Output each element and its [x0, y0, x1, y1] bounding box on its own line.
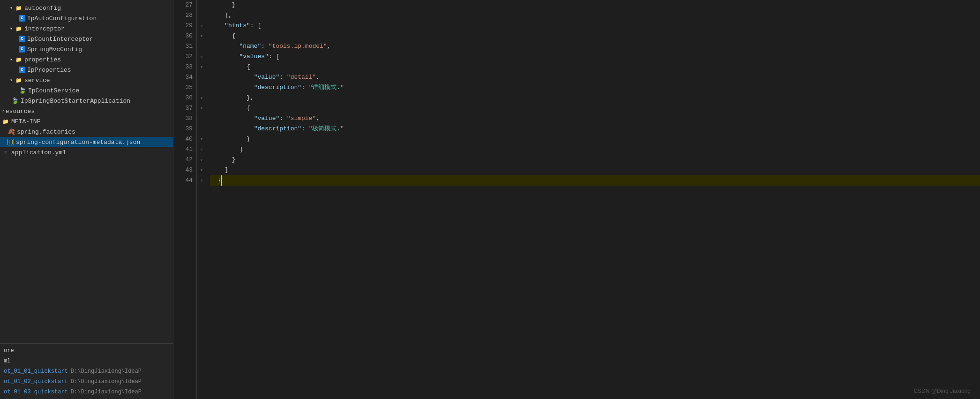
bottom-item-quickstart-02[interactable]: ot_01_02_quickstart D:\DingJiaxiong\Idea…	[0, 376, 173, 387]
code-line-27: }	[210, 0, 980, 10]
tree-item-resources-label: resources	[0, 106, 173, 116]
code-34-colon: :	[279, 72, 287, 83]
label-interceptor: interceptor	[24, 25, 65, 32]
code-39-value: "极简模式."	[309, 124, 344, 134]
code-line-44: }	[210, 175, 980, 186]
chevron-autoconfig: ▾	[7, 4, 15, 12]
code-29-colon: : [	[250, 21, 261, 31]
code-29-space	[210, 21, 224, 31]
gutter-35	[197, 83, 206, 93]
code-line-41: ]	[210, 144, 980, 155]
label-ipautoconfiguration: IpAutoConfiguration	[27, 15, 97, 22]
tree-item-service[interactable]: ▾ 📁 service	[0, 75, 173, 85]
quickstart-01-path: D:\DingJiaxiong\IdeaP	[71, 368, 142, 375]
tree-item-springmvcconfig[interactable]: C SpringMvcConfig	[0, 44, 173, 54]
code-31-comma: ,	[327, 41, 331, 52]
bottom-item-quickstart-03[interactable]: ot_01_03_quickstart D:\DingJiaxiong\Idea…	[0, 387, 173, 397]
editor-content: 27 28 29 30 31 32 33 34 35 36 37 38 39 4…	[173, 0, 980, 399]
watermark-text: CSDN @Ding Jiaxiong	[913, 388, 971, 394]
gutter-37: ▿	[197, 103, 206, 113]
gutter-27	[197, 0, 206, 10]
label-spring-factories: spring.factories	[17, 128, 75, 136]
folder-icon-meta-inf: 📁	[2, 118, 9, 125]
code-38-value: "simple"	[287, 113, 316, 124]
quickstart-01-label: ot_01_01_quickstart	[4, 368, 68, 375]
code-42-content: }	[210, 155, 236, 165]
label-ipcountinterceptor: IpCountInterceptor	[27, 36, 93, 43]
gutter-42: ▿	[197, 155, 206, 165]
code-area[interactable]: } ], "hints" : [ { "name"	[206, 0, 980, 399]
gutter: ▿ ▿ ▿ ▿ ▿ ▿ ▿ ▿ ▿ ▿ ▿	[197, 0, 206, 399]
line-num-32: 32	[173, 52, 193, 62]
chevron-service: ▾	[7, 76, 15, 84]
code-line-29: "hints" : [	[210, 21, 980, 31]
quickstart-02-path: D:\DingJiaxiong\IdeaP	[71, 378, 142, 385]
code-line-30: {	[210, 31, 980, 41]
code-35-key: "description"	[254, 83, 301, 93]
gutter-30: ▿	[197, 31, 206, 41]
code-39-key: "description"	[254, 124, 301, 134]
folder-icon-interceptor: 📁	[15, 25, 22, 32]
tree-item-ipcountinterceptor[interactable]: C IpCountInterceptor	[0, 34, 173, 44]
line-num-37: 37	[173, 103, 193, 113]
tree-item-ipcountservice[interactable]: 🍃 IpCountService	[0, 85, 173, 96]
tree-item-interceptor[interactable]: ▾ 📁 interceptor	[0, 23, 173, 34]
chevron-properties: ▾	[7, 56, 15, 63]
code-43-content: ]	[210, 165, 228, 175]
tree-item-ipautoconfiguration[interactable]: C IpAutoConfiguration	[0, 13, 173, 23]
line-numbers: 27 28 29 30 31 32 33 34 35 36 37 38 39 4…	[173, 0, 197, 399]
gutter-29: ▿	[197, 21, 206, 31]
editor: 27 28 29 30 31 32 33 34 35 36 37 38 39 4…	[173, 0, 980, 399]
bottom-label-ml: ml	[4, 358, 10, 364]
class-icon-ipcountinterceptor: C	[19, 36, 25, 42]
class-icon-ipcountservice: 🍃	[19, 87, 26, 94]
gutter-38	[197, 113, 206, 124]
quickstart-03-label: ot_01_03_quickstart	[4, 389, 68, 395]
label-properties: properties	[24, 56, 61, 63]
tree-item-properties[interactable]: ▾ 📁 properties	[0, 54, 173, 65]
code-line-31: "name" : "tools.ip.model" ,	[210, 41, 980, 52]
code-line-36: },	[210, 93, 980, 103]
gutter-40: ▿	[197, 134, 206, 144]
label-springmvcconfig: SpringMvcConfig	[27, 46, 82, 53]
code-44-content: }	[210, 175, 221, 186]
code-33-content: {	[210, 62, 250, 72]
quickstart-02-label: ot_01_02_quickstart	[4, 378, 68, 385]
line-num-38: 38	[173, 113, 193, 124]
code-38-space	[210, 113, 254, 124]
code-line-39: "description" : "极简模式."	[210, 124, 980, 134]
line-num-44: 44	[173, 175, 193, 186]
code-line-38: "value" : "simple" ,	[210, 113, 980, 124]
code-line-33: {	[210, 62, 980, 72]
tree-item-spring-configuration-metadata[interactable]: {} spring-configuration-metadata.json	[0, 137, 173, 147]
line-num-43: 43	[173, 165, 193, 175]
gutter-44: ▿	[197, 175, 206, 186]
gutter-39	[197, 124, 206, 134]
code-31-colon: :	[261, 41, 269, 52]
folder-icon-properties: 📁	[15, 56, 22, 63]
code-39-space	[210, 124, 254, 134]
yaml-icon-application: ≡	[2, 149, 9, 156]
code-35-colon: :	[301, 83, 309, 93]
code-31-space	[210, 41, 239, 52]
code-31-key: "name"	[239, 41, 261, 52]
code-line-43: ]	[210, 165, 980, 175]
bottom-item-quickstart-01[interactable]: ot_01_01_quickstart D:\DingJiaxiong\Idea…	[0, 366, 173, 376]
bottom-section: ore ml ot_01_01_quickstart D:\DingJiaxio…	[0, 343, 173, 399]
tree-item-ipproperties[interactable]: C IpProperties	[0, 65, 173, 75]
code-28-content: ],	[210, 10, 232, 21]
tree-item-spring-factories[interactable]: 🍂 spring.factories	[0, 127, 173, 137]
code-39-chinese: 极简模式.	[312, 125, 340, 132]
code-line-40: }	[210, 134, 980, 144]
line-num-31: 31	[173, 41, 193, 52]
tree-item-ipspringbootstarterapplication[interactable]: 🍃 IpSpringBootStarterApplication	[0, 96, 173, 106]
code-32-space	[210, 52, 239, 62]
tree-item-meta-inf[interactable]: 📁 META-INF	[0, 116, 173, 127]
gutter-43: ▿	[197, 165, 206, 175]
code-34-key: "value"	[254, 72, 280, 83]
line-num-34: 34	[173, 72, 193, 83]
tree-item-application-yml[interactable]: ≡ application.yml	[0, 147, 173, 158]
gutter-28	[197, 10, 206, 21]
tree-item-autoconfig[interactable]: ▾ 📁 autoconfig	[0, 3, 173, 13]
class-icon-ipautoconfiguration: C	[19, 15, 25, 22]
